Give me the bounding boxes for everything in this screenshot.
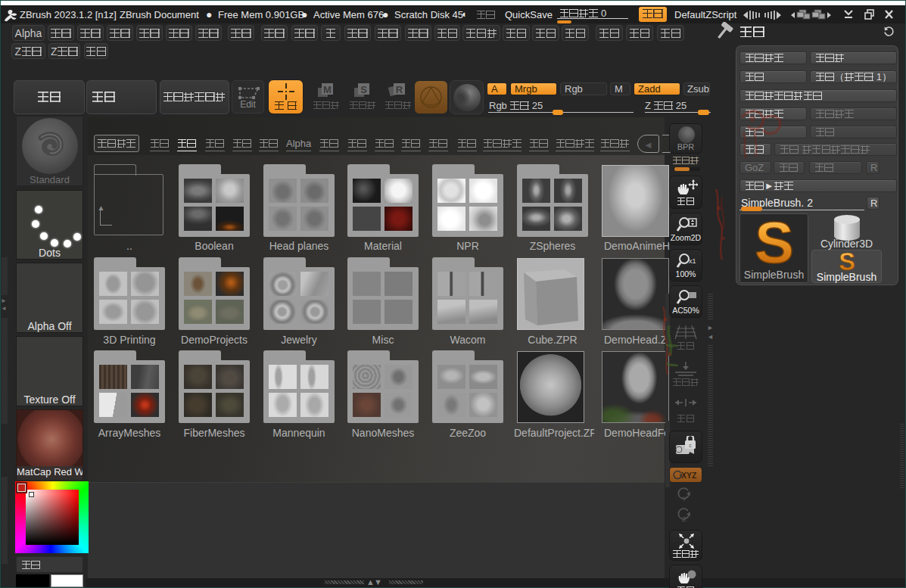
svg-text:S: S [839,250,855,273]
svg-text:S: S [755,216,794,270]
svg-text:M: M [323,84,332,95]
svg-text:S: S [360,84,367,95]
svg-text:R: R [396,84,403,95]
